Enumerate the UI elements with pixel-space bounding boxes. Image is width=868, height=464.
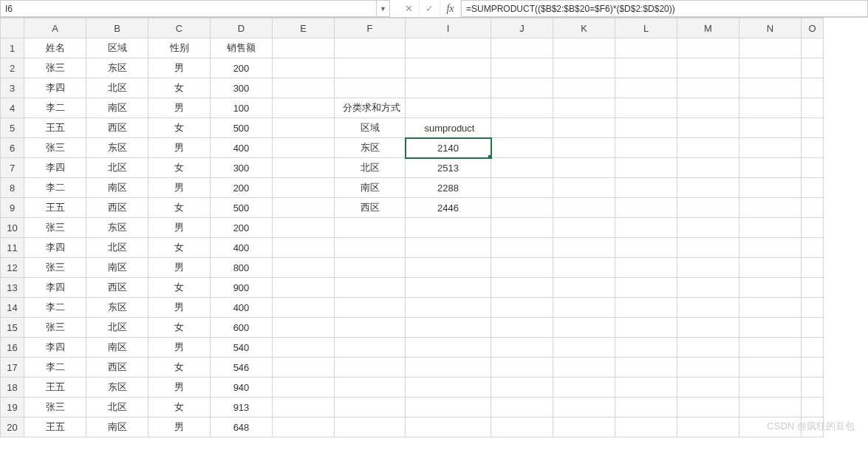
- cell-F6[interactable]: 东区: [335, 138, 406, 158]
- cell-F4[interactable]: 分类求和方式: [335, 98, 406, 118]
- cell-M3[interactable]: [677, 78, 739, 98]
- column-header-M[interactable]: M: [677, 18, 739, 38]
- cell-F7[interactable]: 北区: [335, 158, 406, 178]
- cell-K3[interactable]: [553, 78, 615, 98]
- cell-A10[interactable]: 张三: [24, 218, 86, 238]
- row-header-18[interactable]: 18: [1, 378, 24, 398]
- cell-J2[interactable]: [491, 58, 553, 78]
- column-header-D[interactable]: D: [211, 18, 273, 38]
- cell-J11[interactable]: [491, 238, 553, 258]
- cell-D14[interactable]: 400: [211, 298, 273, 318]
- confirm-icon[interactable]: ✓: [420, 0, 440, 17]
- cell-J14[interactable]: [491, 298, 553, 318]
- cell-L19[interactable]: [615, 398, 677, 417]
- cell-L1[interactable]: [615, 38, 677, 58]
- cell-K18[interactable]: [553, 378, 615, 398]
- cell-L2[interactable]: [615, 58, 677, 78]
- row-header-13[interactable]: 13: [1, 278, 24, 298]
- cell-K11[interactable]: [553, 238, 615, 258]
- cell-M13[interactable]: [677, 278, 739, 298]
- cell-F8[interactable]: 南区: [335, 178, 406, 198]
- cell-C20[interactable]: 男: [148, 417, 211, 437]
- cell-N9[interactable]: [739, 198, 802, 218]
- cell-C11[interactable]: 女: [148, 238, 211, 258]
- cell-C19[interactable]: 女: [148, 398, 211, 417]
- cell-A17[interactable]: 李二: [24, 358, 86, 378]
- cell-E1[interactable]: [273, 38, 335, 58]
- cell-K1[interactable]: [553, 38, 615, 58]
- cell-I1[interactable]: [406, 38, 491, 58]
- cell-L7[interactable]: [615, 158, 677, 178]
- cell-A19[interactable]: 张三: [24, 398, 86, 417]
- cell-M20[interactable]: [677, 417, 739, 437]
- cell-M16[interactable]: [677, 338, 739, 358]
- cell-I15[interactable]: [406, 318, 491, 338]
- cell-A3[interactable]: 李四: [24, 78, 86, 98]
- cell-O14[interactable]: [802, 298, 824, 318]
- cell-I3[interactable]: [406, 78, 491, 98]
- cell-J4[interactable]: [491, 98, 553, 118]
- column-header-N[interactable]: N: [739, 18, 802, 38]
- cell-N4[interactable]: [739, 98, 802, 118]
- cell-N2[interactable]: [739, 58, 802, 78]
- cell-J20[interactable]: [491, 417, 553, 437]
- cell-K13[interactable]: [553, 278, 615, 298]
- cell-D10[interactable]: 200: [211, 218, 273, 238]
- cell-B3[interactable]: 北区: [86, 78, 148, 98]
- cell-B10[interactable]: 东区: [86, 218, 148, 238]
- cell-K19[interactable]: [553, 398, 615, 417]
- column-header-F[interactable]: F: [335, 18, 406, 38]
- cell-J16[interactable]: [491, 338, 553, 358]
- row-header-2[interactable]: 2: [1, 58, 24, 78]
- cell-B15[interactable]: 北区: [86, 318, 148, 338]
- cell-N6[interactable]: [739, 138, 802, 158]
- cell-L9[interactable]: [615, 198, 677, 218]
- cell-D11[interactable]: 400: [211, 238, 273, 258]
- cell-C12[interactable]: 男: [148, 258, 211, 278]
- row-header-20[interactable]: 20: [1, 417, 24, 437]
- cell-C16[interactable]: 男: [148, 338, 211, 358]
- row-header-17[interactable]: 17: [1, 358, 24, 378]
- cell-O15[interactable]: [802, 318, 824, 338]
- cell-J5[interactable]: [491, 118, 553, 138]
- cell-N12[interactable]: [739, 258, 802, 278]
- name-box[interactable]: I6: [0, 0, 377, 17]
- cell-F18[interactable]: [335, 378, 406, 398]
- cell-O8[interactable]: [802, 178, 824, 198]
- cell-A1[interactable]: 姓名: [24, 38, 86, 58]
- column-header-E[interactable]: E: [273, 18, 335, 38]
- cell-M14[interactable]: [677, 298, 739, 318]
- cell-F20[interactable]: [335, 417, 406, 437]
- cell-A14[interactable]: 李二: [24, 298, 86, 318]
- cell-A8[interactable]: 李二: [24, 178, 86, 198]
- cell-N7[interactable]: [739, 158, 802, 178]
- cell-B8[interactable]: 南区: [86, 178, 148, 198]
- cell-O4[interactable]: [802, 98, 824, 118]
- cell-L11[interactable]: [615, 238, 677, 258]
- cell-C4[interactable]: 男: [148, 98, 211, 118]
- cell-B7[interactable]: 北区: [86, 158, 148, 178]
- cell-I9[interactable]: 2446: [406, 198, 491, 218]
- cell-B4[interactable]: 南区: [86, 98, 148, 118]
- cell-K6[interactable]: [553, 138, 615, 158]
- cell-O13[interactable]: [802, 278, 824, 298]
- cell-A5[interactable]: 王五: [24, 118, 86, 138]
- row-header-16[interactable]: 16: [1, 338, 24, 358]
- cell-I10[interactable]: [406, 218, 491, 238]
- cell-J15[interactable]: [491, 318, 553, 338]
- cell-F10[interactable]: [335, 218, 406, 238]
- cell-J3[interactable]: [491, 78, 553, 98]
- cell-C3[interactable]: 女: [148, 78, 211, 98]
- cell-C18[interactable]: 男: [148, 378, 211, 398]
- cell-I11[interactable]: [406, 238, 491, 258]
- cell-O10[interactable]: [802, 218, 824, 238]
- cell-N11[interactable]: [739, 238, 802, 258]
- cell-M6[interactable]: [677, 138, 739, 158]
- cell-D13[interactable]: 900: [211, 278, 273, 298]
- cell-N17[interactable]: [739, 358, 802, 378]
- cell-L3[interactable]: [615, 78, 677, 98]
- cell-B11[interactable]: 北区: [86, 238, 148, 258]
- cell-F13[interactable]: [335, 278, 406, 298]
- row-header-10[interactable]: 10: [1, 218, 24, 238]
- cell-C1[interactable]: 性别: [148, 38, 211, 58]
